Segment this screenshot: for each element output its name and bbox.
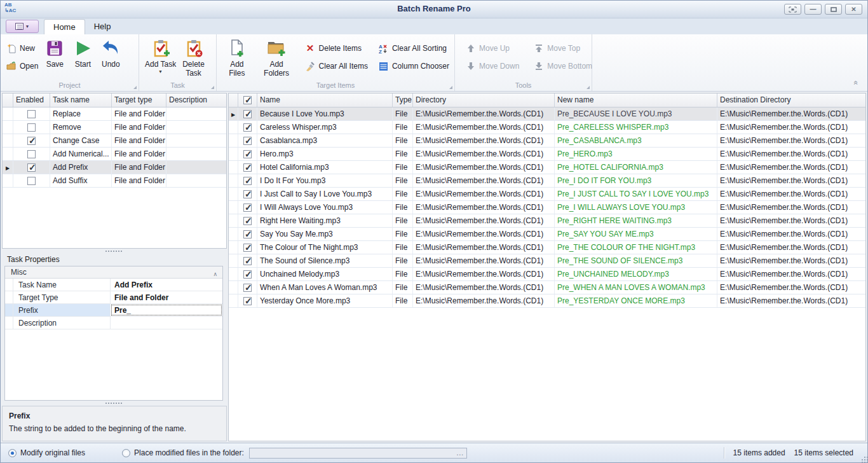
modify-original-files-radio[interactable] xyxy=(8,449,17,457)
task-enabled-cell[interactable] xyxy=(13,134,50,147)
file-checkbox[interactable] xyxy=(243,204,252,212)
file-directory-cell[interactable]: E:\Music\Remember.the.Words.(CD1) xyxy=(413,134,555,147)
file-directory-cell[interactable]: E:\Music\Remember.the.Words.(CD1) xyxy=(413,214,555,227)
file-type-cell[interactable]: File xyxy=(393,228,413,240)
file-type-cell[interactable]: File xyxy=(393,121,413,134)
task-enabled-cell[interactable] xyxy=(13,174,50,187)
file-type-cell[interactable]: File xyxy=(393,214,413,227)
task-name-cell[interactable]: Replace xyxy=(50,107,112,120)
task-row[interactable]: Add Numerical... File and Folder xyxy=(3,148,226,161)
modify-original-files-label[interactable]: Modify original files xyxy=(20,448,85,457)
file-new-name-cell[interactable]: Pre_WHEN A MAN LOVES A WOMAN.mp3 xyxy=(555,281,717,294)
file-type-cell[interactable]: File xyxy=(393,201,413,214)
files-header-name[interactable]: Name xyxy=(257,93,393,107)
file-row[interactable]: Unchained Melody.mp3 File E:\Music\Remem… xyxy=(229,268,865,281)
file-row[interactable]: Say You Say Me.mp3 File E:\Music\Remembe… xyxy=(229,228,865,241)
file-checkbox[interactable] xyxy=(243,150,252,158)
delete-items-button[interactable]: ✕ Delete Items xyxy=(302,41,370,55)
file-name-cell[interactable]: Say You Say Me.mp3 xyxy=(257,228,393,240)
task-target-type-cell[interactable]: File and Folder xyxy=(112,134,166,147)
file-checkbox[interactable] xyxy=(243,257,252,265)
file-name-cell[interactable]: I Just Call to Say I Love You.mp3 xyxy=(257,188,393,200)
file-checkbox-cell[interactable] xyxy=(238,201,257,214)
file-directory-cell[interactable]: E:\Music\Remember.the.Words.(CD1) xyxy=(413,201,555,214)
file-name-cell[interactable]: Yesterday Once More.mp3 xyxy=(257,294,393,307)
file-name-cell[interactable]: Because I Love You.mp3 xyxy=(257,107,393,120)
file-checkbox-cell[interactable] xyxy=(238,228,257,240)
property-value[interactable]: Pre_ xyxy=(111,304,222,316)
file-checkbox[interactable] xyxy=(243,270,252,279)
application-menu-button[interactable]: ▼ xyxy=(6,20,39,33)
files-header-type[interactable]: Type xyxy=(393,93,413,107)
move-bottom-button[interactable]: Move Bottom xyxy=(531,59,595,73)
file-directory-cell[interactable]: E:\Music\Remember.the.Words.(CD1) xyxy=(413,241,555,254)
task-row[interactable]: Add Prefix File and Folder xyxy=(3,161,226,174)
file-checkbox[interactable] xyxy=(243,230,252,238)
file-destination-cell[interactable]: E:\Music\Remember.the.Words.(CD1) xyxy=(717,254,865,267)
file-checkbox-cell[interactable] xyxy=(238,294,257,307)
file-row[interactable]: I Will Always Love You.mp3 File E:\Music… xyxy=(229,201,865,214)
file-type-cell[interactable]: File xyxy=(393,134,413,147)
file-new-name-cell[interactable]: Pre_HERO.mp3 xyxy=(555,148,717,160)
file-new-name-cell[interactable]: Pre_SAY YOU SAY ME.mp3 xyxy=(555,228,717,240)
tab-help[interactable]: Help xyxy=(85,19,120,34)
property-label[interactable]: Task Name xyxy=(13,279,111,291)
task-enabled-checkbox[interactable] xyxy=(27,150,36,158)
file-checkbox[interactable] xyxy=(243,217,252,225)
file-checkbox[interactable] xyxy=(243,297,252,305)
file-row[interactable]: Careless Whisper.mp3 File E:\Music\Remem… xyxy=(229,121,865,134)
file-checkbox-cell[interactable] xyxy=(238,268,257,280)
select-all-checkbox[interactable] xyxy=(243,96,252,104)
file-name-cell[interactable]: The Sound of Silence.mp3 xyxy=(257,254,393,267)
task-target-type-cell[interactable]: File and Folder xyxy=(112,121,166,134)
file-row[interactable]: Because I Love You.mp3 File E:\Music\Rem… xyxy=(229,107,865,121)
file-checkbox[interactable] xyxy=(243,110,252,118)
task-enabled-cell[interactable] xyxy=(13,148,50,160)
file-destination-cell[interactable]: E:\Music\Remember.the.Words.(CD1) xyxy=(717,188,865,200)
property-label[interactable]: Prefix xyxy=(13,304,111,316)
file-destination-cell[interactable]: E:\Music\Remember.the.Words.(CD1) xyxy=(717,107,865,120)
clear-all-items-button[interactable]: Clear All Items xyxy=(302,59,370,73)
file-destination-cell[interactable]: E:\Music\Remember.the.Words.(CD1) xyxy=(717,174,865,187)
file-checkbox[interactable] xyxy=(243,244,252,252)
file-checkbox[interactable] xyxy=(243,123,252,132)
file-destination-cell[interactable]: E:\Music\Remember.the.Words.(CD1) xyxy=(717,281,865,294)
task-description-cell[interactable] xyxy=(166,134,226,147)
place-modified-files-label[interactable]: Place modified files in the folder: xyxy=(134,448,244,457)
file-checkbox-cell[interactable] xyxy=(238,148,257,160)
file-type-cell[interactable]: File xyxy=(393,268,413,280)
files-header-destination-directory[interactable]: Destination Directory xyxy=(717,93,865,107)
add-folders-button[interactable]: Add Folders xyxy=(255,37,299,79)
file-destination-cell[interactable]: E:\Music\Remember.the.Words.(CD1) xyxy=(717,201,865,214)
resize-grip[interactable] xyxy=(864,459,865,460)
file-row[interactable]: I Do It For You.mp3 File E:\Music\Rememb… xyxy=(229,174,865,188)
add-task-button[interactable]: Add Task ▼ xyxy=(142,37,179,75)
file-new-name-cell[interactable]: Pre_THE COLOUR OF THE NIGHT.mp3 xyxy=(555,241,717,254)
files-header-new-name[interactable]: New name xyxy=(555,93,717,107)
open-button[interactable]: Open xyxy=(3,59,41,73)
file-directory-cell[interactable]: E:\Music\Remember.the.Words.(CD1) xyxy=(413,107,555,120)
file-destination-cell[interactable]: E:\Music\Remember.the.Words.(CD1) xyxy=(717,228,865,240)
horizontal-splitter[interactable] xyxy=(2,401,227,406)
file-type-cell[interactable]: File xyxy=(393,241,413,254)
file-destination-cell[interactable]: E:\Music\Remember.the.Words.(CD1) xyxy=(717,148,865,160)
file-directory-cell[interactable]: E:\Music\Remember.the.Words.(CD1) xyxy=(413,281,555,294)
minimize-button[interactable]: — xyxy=(804,4,822,15)
file-type-cell[interactable]: File xyxy=(393,254,413,267)
add-files-button[interactable]: Add Files xyxy=(219,37,255,79)
file-checkbox[interactable] xyxy=(243,190,252,198)
task-enabled-checkbox[interactable] xyxy=(27,137,36,145)
file-name-cell[interactable]: Hero.mp3 xyxy=(257,148,393,160)
property-row[interactable]: Prefix Pre_ xyxy=(5,304,222,317)
browse-ellipsis-icon[interactable]: … xyxy=(456,448,464,458)
file-name-cell[interactable]: Unchained Melody.mp3 xyxy=(257,268,393,280)
task-target-type-cell[interactable]: File and Folder xyxy=(112,148,166,160)
task-description-cell[interactable] xyxy=(166,121,226,134)
task-enabled-cell[interactable] xyxy=(13,121,50,134)
file-checkbox[interactable] xyxy=(243,137,252,145)
file-checkbox-cell[interactable] xyxy=(238,188,257,200)
start-button[interactable]: Start xyxy=(69,37,97,70)
file-name-cell[interactable]: The Colour of The Night.mp3 xyxy=(257,241,393,254)
file-type-cell[interactable]: File xyxy=(393,188,413,200)
file-row[interactable]: I Just Call to Say I Love You.mp3 File E… xyxy=(229,188,865,201)
